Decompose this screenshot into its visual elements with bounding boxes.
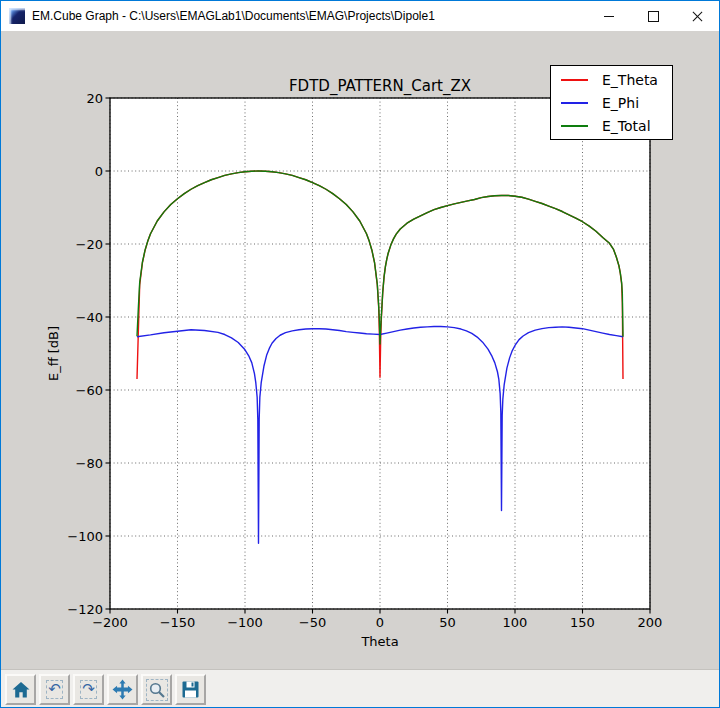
x-tick-label: 100 — [503, 615, 528, 630]
figure-canvas: −200−150−100−50050100150200200−20−40−60−… — [1, 31, 720, 669]
y-tick-label: −80 — [76, 456, 103, 471]
pan-button[interactable] — [107, 674, 138, 705]
x-tick-label: 150 — [570, 615, 595, 630]
zoom-magnifier-icon — [146, 679, 168, 701]
x-tick-label: −150 — [160, 615, 196, 630]
y-tick-label: −120 — [67, 602, 103, 617]
legend-entry: E_Theta — [551, 68, 672, 91]
back-arrow-icon: ↶ — [46, 680, 63, 699]
x-tick-label: −200 — [92, 615, 128, 630]
save-button[interactable] — [175, 674, 206, 705]
app-icon — [9, 8, 25, 24]
window-titlebar: EM.Cube Graph - C:\Users\EMAGLab1\Docume… — [1, 1, 719, 31]
home-icon — [11, 680, 31, 700]
app-window: EM.Cube Graph - C:\Users\EMAGLab1\Docume… — [0, 0, 720, 708]
x-tick-label: 0 — [376, 615, 384, 630]
pan-arrows-icon — [112, 679, 133, 700]
y-tick-label: −100 — [67, 529, 103, 544]
forward-arrow-icon: ↷ — [80, 680, 97, 699]
back-button[interactable]: ↶ — [39, 674, 70, 705]
forward-button[interactable]: ↷ — [73, 674, 104, 705]
legend-entry: E_Total — [551, 114, 672, 137]
minimize-button[interactable] — [587, 1, 631, 31]
y-axis-label: E_ff [dB] — [46, 326, 61, 381]
chart-title: FDTD_PATTERN_Cart_ZX — [289, 77, 471, 96]
y-tick-label: 20 — [86, 91, 103, 106]
legend-label: E_Total — [602, 118, 651, 134]
legend: E_ThetaE_PhiE_Total — [550, 65, 673, 140]
legend-label: E_Theta — [602, 72, 658, 88]
legend-label: E_Phi — [602, 95, 639, 111]
x-axis-label: Theta — [360, 634, 398, 649]
toolbar: ↶↷ — [1, 669, 720, 708]
zoom-button[interactable] — [141, 674, 172, 705]
y-tick-label: 0 — [95, 164, 103, 179]
y-tick-label: −60 — [76, 383, 103, 398]
minimize-icon — [604, 16, 614, 17]
save-floppy-icon — [181, 680, 200, 699]
window-title: EM.Cube Graph - C:\Users\EMAGLab1\Docume… — [32, 9, 587, 23]
legend-line-sample — [561, 79, 588, 81]
x-tick-label: −50 — [299, 615, 326, 630]
close-icon — [692, 11, 703, 22]
maximize-icon — [648, 11, 659, 22]
legend-line-sample — [561, 102, 588, 104]
window-controls — [587, 1, 719, 31]
home-button[interactable] — [5, 674, 36, 705]
close-button[interactable] — [675, 1, 719, 31]
x-tick-label: −100 — [227, 615, 263, 630]
x-tick-label: 200 — [638, 615, 663, 630]
y-tick-label: −40 — [76, 310, 103, 325]
legend-line-sample — [561, 125, 588, 127]
maximize-button[interactable] — [631, 1, 675, 31]
x-tick-label: 50 — [439, 615, 456, 630]
legend-entry: E_Phi — [551, 91, 672, 114]
y-tick-label: −20 — [76, 237, 103, 252]
